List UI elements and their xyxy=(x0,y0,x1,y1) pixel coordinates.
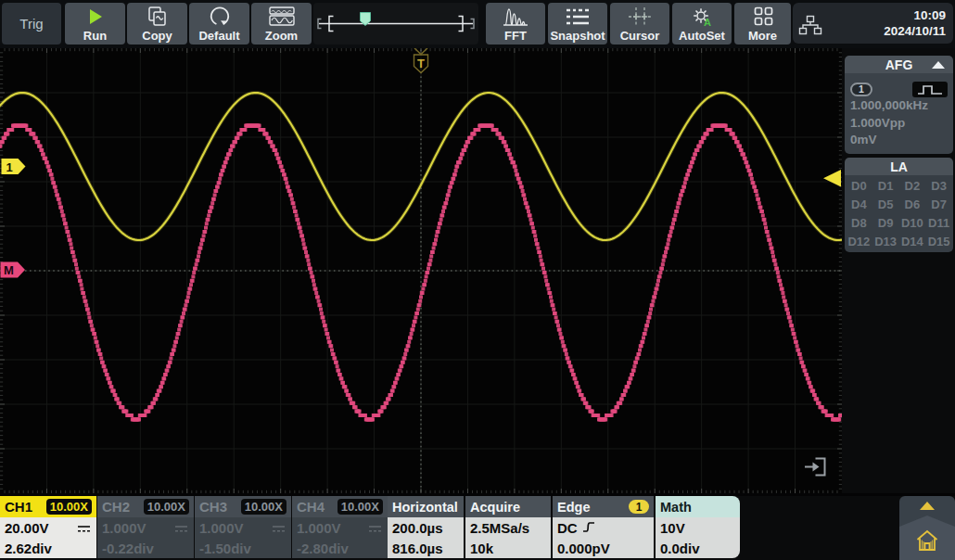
reset-arrow-icon xyxy=(209,5,231,29)
horizontal-timebase: 200.0µs xyxy=(392,520,443,536)
la-channel-d6[interactable]: D6 xyxy=(899,196,926,214)
la-channel-d9[interactable]: D9 xyxy=(872,214,899,233)
afg-channel-badge: 1 xyxy=(850,83,872,96)
la-channel-d12[interactable]: D12 xyxy=(846,232,872,250)
ch4-scale: 1.000V xyxy=(297,520,341,536)
trigger-coupling: DC xyxy=(557,520,578,536)
trigger-marker-label: T xyxy=(417,57,425,70)
snapshot-button[interactable]: Snapshot xyxy=(548,3,607,45)
snapshot-button-label: Snapshot xyxy=(550,29,605,43)
ch3-status-cell[interactable]: CH3 10.00X 1.000V -1.50div xyxy=(195,496,291,558)
waveform-display[interactable]: T 1 M xyxy=(0,48,842,493)
svg-text:A: A xyxy=(704,17,711,28)
la-channel-d4[interactable]: D4 xyxy=(846,196,872,214)
ch2-dc-coupling-icon xyxy=(175,520,187,536)
zoom-button[interactable]: Zoom xyxy=(251,3,312,45)
trigger-level: 0.000pV xyxy=(557,541,610,556)
la-channel-d14[interactable]: D14 xyxy=(899,232,926,250)
math-status-cell[interactable]: Math 10V 0.0div xyxy=(656,496,740,558)
ch2-status-cell[interactable]: CH2 10.00X 1.000V -0.22div xyxy=(97,496,194,558)
ch3-scale: 1.000V xyxy=(199,520,244,536)
la-channel-d2[interactable]: D2 xyxy=(899,177,926,196)
la-panel: LA D0 D1 D2 D3 D4 D5 D6 D7 D8 D9 D10 D11… xyxy=(845,158,953,252)
la-channel-d10[interactable]: D10 xyxy=(899,214,926,233)
afg-amplitude: 1.000Vpp xyxy=(850,115,948,133)
la-panel-header[interactable]: LA xyxy=(845,158,953,175)
la-channel-d0[interactable]: D0 xyxy=(846,177,872,196)
more-button[interactable]: More xyxy=(734,3,791,45)
default-button-label: Default xyxy=(198,29,239,43)
ch1-status-cell[interactable]: CH1 10.00X 20.00V 2.62div xyxy=(0,496,96,558)
la-channel-d13[interactable]: D13 xyxy=(872,232,899,250)
oscilloscope-screen: Trig Run Copy xyxy=(0,0,955,560)
la-channel-d5[interactable]: D5 xyxy=(872,196,899,214)
math-scale: 10V xyxy=(660,520,685,536)
ch4-probe-badge: 10.00X xyxy=(337,499,383,515)
ch4-name: CH4 xyxy=(297,499,325,515)
la-channel-d8[interactable]: D8 xyxy=(846,214,872,233)
more-grid-icon xyxy=(752,5,774,29)
copy-button-label: Copy xyxy=(142,29,172,43)
more-button-label: More xyxy=(748,29,777,43)
cursor-button[interactable]: Cursor xyxy=(610,3,669,45)
run-button[interactable]: Run xyxy=(65,3,125,45)
afg-offset: 0mV xyxy=(850,132,948,149)
math-label: Math xyxy=(660,500,692,515)
copy-button[interactable]: Copy xyxy=(127,3,187,45)
la-channel-d1[interactable]: D1 xyxy=(872,177,899,196)
network-icon[interactable] xyxy=(797,15,823,39)
afg-panel-header[interactable]: AFG xyxy=(845,56,953,73)
clock-date: 2024/10/11 xyxy=(884,23,946,39)
clock-time: 10:09 xyxy=(884,7,946,23)
default-button[interactable]: Default xyxy=(189,3,249,45)
ch3-probe-badge: 10.00X xyxy=(241,499,286,515)
ch3-offset: -1.50div xyxy=(199,541,251,556)
snapshot-list-icon xyxy=(565,5,591,29)
zoom-waveform-icon xyxy=(268,5,296,29)
play-icon xyxy=(87,5,104,29)
expand-up-icon[interactable] xyxy=(920,502,935,510)
ch2-scale: 1.000V xyxy=(102,520,146,536)
ch1-scale: 20.00V xyxy=(5,520,49,536)
bottom-status-bar: CH1 10.00X 20.00V 2.62div CH2 10.00X 1.0… xyxy=(0,496,955,560)
fft-button[interactable]: FFT xyxy=(486,3,545,45)
horizontal-status-cell[interactable]: Horizontal 200.0µs 816.0µs xyxy=(388,496,464,558)
clock-panel: 10:09 2024/10/11 xyxy=(793,3,953,44)
ch4-offset: -2.80div xyxy=(297,541,349,556)
menu-corner-panel xyxy=(899,496,955,560)
ch4-status-cell[interactable]: CH4 10.00X 1.000V -2.80div xyxy=(292,496,388,558)
trigger-status-cell[interactable]: Edge 1 DC 0.000pV xyxy=(553,496,654,558)
afg-panel: AFG 1 1.000,000kHz 1.000Vpp 0mV xyxy=(845,56,953,154)
math-offset: 0.0div xyxy=(660,541,700,556)
fft-spectrum-icon xyxy=(502,5,529,29)
ch3-name: CH3 xyxy=(199,499,227,515)
la-channel-d7[interactable]: D7 xyxy=(925,196,952,214)
ch4-dc-coupling-icon xyxy=(369,520,381,536)
right-sidebar: AFG 1 1.000,000kHz 1.000Vpp 0mV xyxy=(842,48,955,493)
acquire-sample-rate: 2.5MSa/s xyxy=(470,520,529,536)
square-wave-icon xyxy=(912,82,948,97)
trigger-status-label: Trig xyxy=(19,16,43,32)
la-channel-d11[interactable]: D11 xyxy=(925,214,952,233)
acquire-status-cell[interactable]: Acquire 2.5MSa/s 10k xyxy=(465,496,551,558)
trigger-type-label: Edge xyxy=(557,500,590,515)
la-channel-d15[interactable]: D15 xyxy=(925,232,952,250)
afg-panel-body[interactable]: 1 1.000,000kHz 1.000Vpp 0mV xyxy=(845,73,953,154)
trigger-source-badge: 1 xyxy=(629,500,649,514)
autoset-button[interactable]: A AutoSet xyxy=(672,3,732,45)
la-channel-d3[interactable]: D3 xyxy=(925,177,952,196)
la-panel-body: D0 D1 D2 D3 D4 D5 D6 D7 D8 D9 D10 D11 D1… xyxy=(845,175,953,252)
clock: 10:09 2024/10/11 xyxy=(884,7,946,39)
cursor-button-label: Cursor xyxy=(620,29,660,43)
horizontal-position-indicator[interactable] xyxy=(313,3,478,45)
home-button[interactable] xyxy=(913,526,941,555)
ch1-probe-badge: 10.00X xyxy=(46,499,92,515)
autoset-button-label: AutoSet xyxy=(679,29,725,43)
cursor-crosshair-icon xyxy=(627,5,653,29)
collapse-up-icon[interactable] xyxy=(932,61,945,69)
afg-frequency: 1.000,000kHz xyxy=(850,97,948,115)
ch2-name: CH2 xyxy=(102,499,130,515)
horizontal-delay: 816.0µs xyxy=(392,541,443,556)
trigger-status[interactable]: Trig xyxy=(2,3,61,45)
afg-source-row: 1 xyxy=(850,81,948,97)
